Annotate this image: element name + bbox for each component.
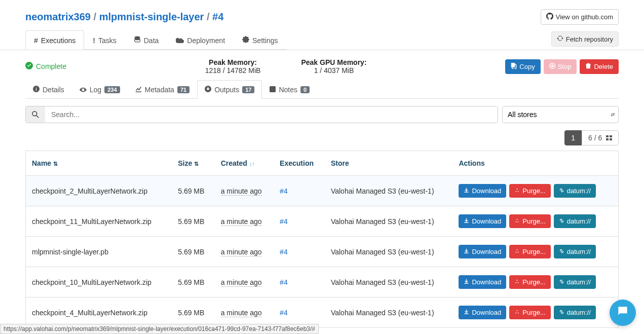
sort-down-icon: ↓↑ [249, 161, 255, 167]
datum-button[interactable]: datum:// [554, 306, 596, 319]
download-button[interactable]: Download [459, 306, 506, 319]
store-select[interactable]: All stores [502, 106, 619, 123]
chat-icon [616, 305, 629, 321]
cell-name[interactable]: checkpoint_11_MultiLayerNetwork.zip [26, 206, 172, 237]
datum-button[interactable]: datum:// [554, 275, 596, 289]
copy-button[interactable]: Copy [505, 59, 540, 74]
peak-gpu-memory: Peak GPU Memory: 1 / 4037 MiB [301, 58, 366, 75]
download-icon [464, 187, 469, 195]
svg-line-11 [36, 116, 39, 118]
stop-icon [549, 63, 555, 70]
recycle-icon [514, 217, 520, 225]
download-button[interactable]: Download [459, 245, 506, 258]
view-on-github-button[interactable]: View on github.com [541, 9, 619, 25]
peak-gpu-label: Peak GPU Memory: [301, 58, 366, 66]
subtab-label: Metadata [145, 86, 174, 94]
tab-settings[interactable]: Settings [234, 30, 287, 50]
cell-actions: Download Purge... datum:// [452, 176, 618, 206]
download-button[interactable]: Download [459, 184, 506, 198]
status-text: Complete [36, 62, 66, 70]
svg-point-10 [32, 112, 37, 116]
button-label: Stop [558, 63, 572, 70]
tab-data[interactable]: Data [125, 30, 168, 50]
cell-size: 5.69 MB [172, 298, 214, 328]
cell-created: a minute ago [215, 176, 274, 206]
col-execution: Execution [274, 151, 325, 176]
peak-gpu-value: 1 / 4037 MiB [301, 66, 366, 75]
sort-icon: ⇅ [53, 161, 58, 167]
datum-button[interactable]: datum:// [554, 245, 596, 258]
search-input[interactable] [45, 106, 498, 123]
cell-actions: Download Purge... datum:// [452, 206, 618, 237]
table-row: checkpoint_2_MultiLayerNetwork.zip 5.69 … [26, 176, 619, 206]
subtab-details[interactable]: i Details [25, 80, 72, 99]
cell-name[interactable]: checkpoint_2_MultiLayerNetwork.zip [26, 176, 172, 206]
page-1-button[interactable]: 1 [564, 130, 582, 145]
cell-store: Valohai Managed S3 (eu-west-1) [325, 267, 453, 298]
download-button[interactable]: Download [459, 275, 506, 289]
col-store: Store [325, 151, 453, 176]
fetch-repository-button[interactable]: Fetch repository [551, 31, 619, 47]
tab-executions[interactable]: # Executions [25, 30, 84, 50]
sub-tabs: i Details Log 234 Metadata 71 Outputs 17… [25, 80, 619, 99]
subtab-outputs[interactable]: Outputs 17 [197, 80, 262, 99]
purge-button[interactable]: Purge... [509, 306, 551, 319]
database-icon [134, 36, 141, 45]
purge-button[interactable]: Purge... [509, 275, 551, 289]
datum-button[interactable]: datum:// [554, 214, 596, 228]
hash-icon: # [34, 36, 38, 45]
cell-name[interactable]: checkpoint_4_MultiLayerNetwork.zip [26, 298, 172, 328]
cell-execution[interactable]: #4 [274, 176, 325, 206]
refresh-icon [557, 35, 563, 43]
subtab-log[interactable]: Log 234 [72, 80, 128, 99]
svg-rect-3 [511, 63, 515, 67]
download-icon [464, 217, 469, 225]
table-row: checkpoint_4_MultiLayerNetwork.zip 5.69 … [26, 298, 619, 328]
svg-rect-14 [606, 138, 609, 140]
cell-execution[interactable]: #4 [274, 206, 325, 237]
log-count-badge: 234 [104, 86, 120, 93]
cell-size: 5.69 MB [172, 237, 214, 267]
cell-size: 5.69 MB [172, 176, 214, 206]
check-circle-icon [25, 62, 33, 71]
exclamation-icon: ! [93, 36, 95, 45]
subtab-notes[interactable]: Notes 0 [262, 80, 317, 99]
cell-created: a minute ago [215, 298, 274, 328]
datum-button[interactable]: datum:// [554, 184, 596, 198]
recycle-icon [514, 309, 520, 316]
stop-button[interactable]: Stop [544, 59, 577, 74]
subtab-label: Log [90, 86, 101, 94]
purge-button[interactable]: Purge... [509, 245, 551, 258]
delete-button[interactable]: Delete [580, 59, 619, 74]
chat-widget-button[interactable] [610, 300, 636, 326]
cell-name[interactable]: mlpmnist-single-layer.pb [26, 237, 172, 267]
breadcrumb-sep: / [94, 11, 99, 22]
tab-deployment[interactable]: Deployment [167, 30, 234, 50]
outputs-count-badge: 17 [242, 86, 254, 93]
tab-label: Tasks [98, 36, 117, 45]
breadcrumb-owner[interactable]: neomatrix369 [25, 11, 91, 22]
cell-size: 5.69 MB [172, 267, 214, 298]
note-icon [270, 86, 276, 94]
breadcrumb-run[interactable]: #4 [212, 11, 223, 22]
svg-text:i: i [35, 87, 36, 92]
purge-button[interactable]: Purge... [509, 214, 551, 228]
breadcrumb-project[interactable]: mlpmnist-single-layer [99, 11, 204, 22]
col-created[interactable]: Created ↓↑ [215, 151, 274, 176]
cell-execution[interactable]: #4 [274, 237, 325, 267]
recycle-icon [514, 278, 520, 286]
tab-tasks[interactable]: ! Tasks [84, 30, 125, 50]
col-name[interactable]: Name ⇅ [26, 151, 172, 176]
col-size[interactable]: Size ⇅ [172, 151, 214, 176]
cell-store: Valohai Managed S3 (eu-west-1) [325, 206, 453, 237]
cell-execution[interactable]: #4 [274, 298, 325, 328]
recycle-icon [514, 187, 520, 195]
download-icon [464, 278, 469, 286]
cell-execution[interactable]: #4 [274, 267, 325, 298]
cell-name[interactable]: checkpoint_10_MultiLayerNetwork.zip [26, 267, 172, 298]
info-icon: i [33, 86, 40, 94]
subtab-metadata[interactable]: Metadata 71 [128, 80, 198, 99]
trash-icon [585, 63, 591, 70]
purge-button[interactable]: Purge... [509, 184, 551, 198]
download-button[interactable]: Download [459, 214, 506, 228]
